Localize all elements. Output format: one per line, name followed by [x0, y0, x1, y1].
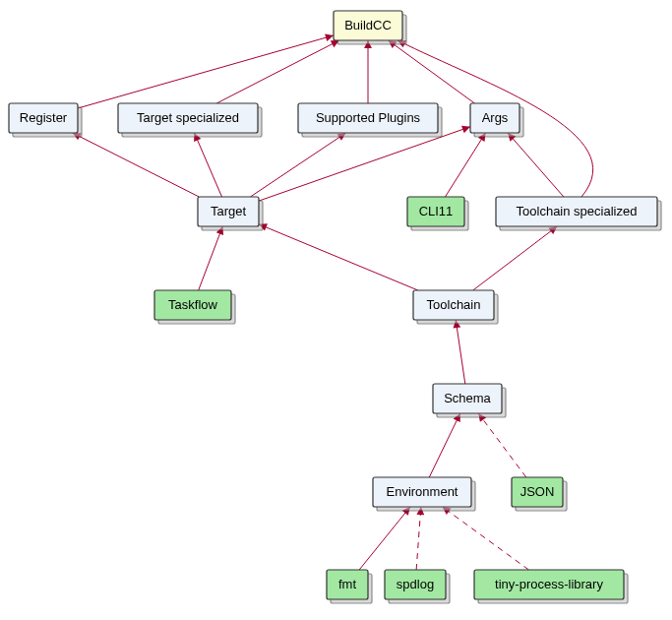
edge-fmt-to-environment: [359, 507, 410, 570]
node-taskflow: Taskflow: [154, 290, 235, 324]
edge-register-to-buildcc: [78, 33, 334, 108]
node-label-json: JSON: [520, 484, 555, 499]
node-label-buildcc: BuildCC: [344, 18, 392, 32]
edge-targetspec-to-buildcc: [216, 40, 339, 103]
node-label-toolchainspec: Toolchain specialized: [517, 204, 638, 218]
node-environment: Environment: [373, 477, 475, 511]
node-plugins: Supported Plugins: [298, 103, 442, 137]
dependency-diagram: BuildCCRegisterTarget specializedSupport…: [0, 0, 672, 620]
node-args: Args: [470, 103, 523, 137]
node-label-args: Args: [482, 110, 509, 125]
edge-environment-to-schema: [429, 413, 459, 477]
node-register: Register: [9, 103, 82, 137]
node-toolchainspec: Toolchain specialized: [496, 197, 661, 230]
node-label-schema: Schema: [444, 391, 491, 405]
node-tpl: tiny-process-library: [474, 570, 628, 603]
node-fmt: fmt: [327, 570, 372, 603]
svg-marker-8: [461, 126, 470, 133]
node-target: Target: [198, 197, 263, 230]
edge-toolchain-to-toolchainspec: [473, 226, 558, 290]
edge-cli11-to-args: [445, 133, 485, 197]
node-label-tpl: tiny-process-library: [495, 577, 603, 591]
node-cli11: CLI11: [407, 197, 468, 230]
edge-schema-to-toolchain: [454, 320, 465, 384]
node-buildcc: BuildCC: [334, 11, 406, 44]
node-label-spdlog: spdlog: [397, 577, 434, 591]
edge-toolchain-to-target: [259, 223, 418, 290]
node-spdlog: spdlog: [385, 570, 450, 603]
edge-tpl-to-environment: [443, 507, 529, 570]
node-targetspec: Target specialized: [118, 103, 262, 137]
node-schema: Schema: [433, 384, 506, 417]
node-label-cli11: CLI11: [419, 204, 454, 218]
node-label-fmt: fmt: [338, 577, 356, 591]
node-label-toolchain: Toolchain: [427, 297, 481, 312]
edge-json-to-schema: [478, 413, 526, 477]
edge-toolchainspec-to-args: [508, 133, 564, 197]
node-toolchain: Toolchain: [413, 290, 498, 324]
edge-target-to-register: [73, 133, 200, 197]
node-json: JSON: [512, 477, 567, 511]
node-label-taskflow: Taskflow: [168, 297, 217, 312]
edge-args-to-buildcc: [389, 40, 475, 103]
node-label-target: Target: [211, 204, 247, 218]
edge-spdlog-to-environment: [416, 507, 424, 570]
node-label-plugins: Supported Plugins: [316, 110, 421, 125]
node-label-register: Register: [20, 110, 68, 125]
edge-taskflow-to-target: [199, 226, 223, 290]
edge-plugins-to-buildcc: [364, 40, 372, 103]
node-label-environment: Environment: [387, 484, 458, 499]
edge-target-to-targetspec: [194, 133, 221, 197]
svg-marker-0: [325, 33, 334, 41]
node-label-targetspec: Target specialized: [137, 110, 239, 125]
